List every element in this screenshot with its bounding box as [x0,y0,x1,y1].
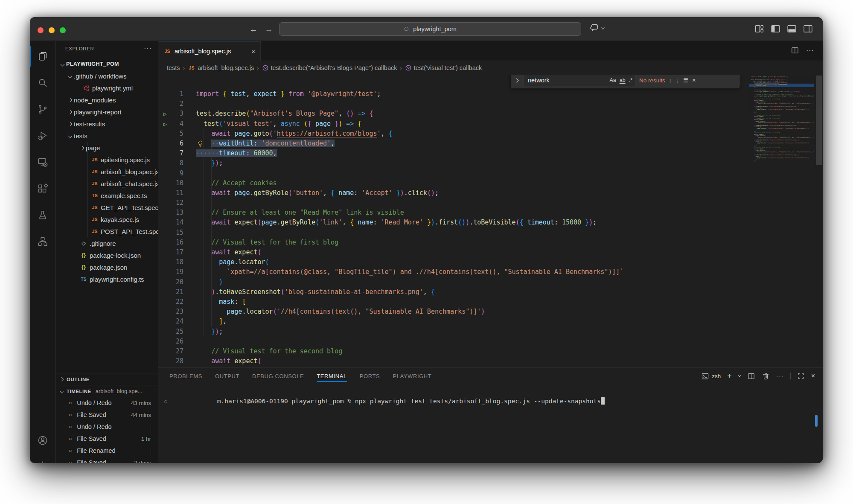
customize-layout-icon[interactable] [754,23,765,34]
timeline-item[interactable]: ○File Saved1 hr [56,433,158,445]
tree-item-playwright-yml[interactable]: playwright.yml [56,82,158,94]
code-lines[interactable]: 1import { test, expect } from '@playwrig… [158,89,823,366]
activity-remote-explorer-icon[interactable] [30,152,55,172]
kill-terminal-icon[interactable] [762,372,770,380]
panel-tab-terminal[interactable]: TERMINAL [317,368,347,384]
activity-explorer-icon[interactable] [30,46,55,67]
code-line-22[interactable]: 22 mask: [ [158,297,823,307]
tree-item-arbisoft-blog-spec-js[interactable]: JSarbisoft_blog.spec.js [56,166,158,178]
code-line-23[interactable]: 23 page.locator('//h4[contains(text(), "… [158,307,823,317]
close-panel-icon[interactable]: × [811,372,815,380]
code-line-11[interactable]: 11 await page.getByRole('button', { name… [158,188,823,198]
code-line-3[interactable]: ▷3test.describe("Arbisoft's Blogs Page",… [158,109,823,119]
close-window-button[interactable] [38,27,44,33]
find-next-icon[interactable]: ↓ [676,77,679,84]
code-line-27[interactable]: 27 // Visual test for the second blog [158,347,823,356]
panel-tab-output[interactable]: OUTPUT [215,368,239,384]
code-line-4[interactable]: ▷4 test('visual test', async ({ page }) … [158,119,823,129]
code-line-5[interactable]: 5 await page.goto('https://arbisoft.com/… [158,129,823,139]
panel-tab-ports[interactable]: PORTS [360,368,380,384]
zoom-window-button[interactable] [60,27,66,33]
tree-item--gitignore[interactable]: ◇.gitignore [56,237,158,249]
maximize-panel-icon[interactable] [797,372,805,380]
close-tab-icon[interactable]: × [251,48,255,55]
tree-item--github-workflows[interactable]: .github / workflows [56,70,158,82]
code-line-20[interactable]: 20 ) [158,277,823,287]
panel-tab-debug-console[interactable]: DEBUG CONSOLE [252,368,304,384]
find-previous-icon[interactable]: ↑ [669,77,673,84]
editor-scrollbar[interactable] [816,76,822,165]
code-line-9[interactable]: 9 [158,169,823,178]
code-line-6[interactable]: 6 ··waitUntil: 'domcontentloaded', [158,139,823,149]
activity-account-icon[interactable] [30,430,55,451]
code-line-28[interactable]: 28 await expect( [158,356,823,366]
copilot-menu[interactable] [590,23,604,33]
tree-item-test-results[interactable]: test-results [56,118,158,130]
timeline-item[interactable]: ○File Saved44 mins [56,409,158,421]
toggle-secondary-sidebar-icon[interactable] [803,23,813,34]
code-line-18[interactable]: 18 page.locator( [158,257,823,267]
activity-settings-icon[interactable] [30,456,55,463]
activity-run-debug-icon[interactable] [30,125,55,146]
tree-item-example-spec-ts[interactable]: TSexample.spec.ts [56,189,158,201]
timeline-item[interactable]: ○Undo / Redo43 mins [56,397,158,409]
minimize-window-button[interactable] [49,27,55,33]
code-editor[interactable]: 1import { test, expect } from '@playwrig… [158,75,823,367]
breadcrumb-item[interactable]: tests [167,64,180,71]
tree-item-package-lock-json[interactable]: {}package-lock.json [56,249,158,261]
code-line-19[interactable]: 19 `xpath=//a[contains(@class, "BlogTile… [158,267,823,277]
tree-root-playwright-pom[interactable]: PLAYWRIGHT_POM [56,58,158,70]
panel-tab-problems[interactable]: PROBLEMS [169,368,202,384]
toggle-sidebar-icon[interactable] [770,23,781,34]
code-line-24[interactable]: 24 ], [158,317,823,326]
tree-item-package-json[interactable]: {}package.json [56,261,158,273]
tree-item-apitesting-spec-js[interactable]: JSapitesting.spec.js [56,154,158,166]
terminal-shell-item[interactable]: zsh [701,372,721,380]
breadcrumb-item[interactable]: test('visual test') callback [405,64,482,71]
find-input[interactable]: network Aa ab .* [524,75,635,86]
find-query[interactable]: network [528,77,606,84]
activity-search-icon[interactable] [30,73,55,93]
code-line-10[interactable]: 10 // Accept cookies [158,178,823,188]
timeline-item[interactable]: ○File Saved2 days [56,457,158,463]
code-line-17[interactable]: 17 await expect( [158,248,823,257]
panel-tab-playwright[interactable]: PLAYWRIGHT [393,368,431,384]
toggle-panel-icon[interactable] [786,23,797,34]
code-line-15[interactable]: 15 [158,228,823,238]
close-find-icon[interactable]: × [692,77,696,84]
code-line-26[interactable]: 26 [158,337,823,347]
minimap[interactable]: import { test, expect } from '@playwrigh… [749,75,814,367]
command-center-search[interactable]: playwright_pom [279,22,581,36]
code-line-14[interactable]: 14 await expect(page.getByRole('link', {… [158,218,823,227]
editor-more-actions-icon[interactable]: ··· [806,47,814,54]
tree-item-node-modules[interactable]: node_modules [56,94,158,106]
code-line-2[interactable]: 2 [158,99,823,109]
timeline-item[interactable]: ○Undo / Redo [56,421,158,433]
split-editor-icon[interactable] [791,46,799,55]
explorer-actions-icon[interactable]: ··· [144,45,152,52]
code-line-13[interactable]: 13 // Ensure at least one "Read More" li… [158,208,823,218]
tree-item-tests[interactable]: tests [56,130,158,142]
code-line-25[interactable]: 25 }); [158,327,823,337]
tree-item-playwright-config-ts[interactable]: TSplaywright.config.ts [56,273,158,285]
code-line-16[interactable]: 16 // Visual test for the first blog [158,238,823,248]
tree-item-page[interactable]: page [56,142,158,154]
tree-item-get-api-test-spec-js[interactable]: JSGET_API_Test.spec.js [56,201,158,213]
tab-arbisoft-blog-spec[interactable]: JS arbisoft_blog.spec.js × [158,41,261,61]
tree-item-kayak-spec-js[interactable]: JSkayak.spec.js [56,213,158,225]
new-terminal-icon[interactable]: + [727,372,732,381]
tree-item-post-api-test-spec-js[interactable]: JSPOST_API_Test.spec.js [56,225,158,237]
split-terminal-icon[interactable] [747,372,755,380]
panel-more-actions-icon[interactable]: ··· [776,373,784,380]
whole-word-icon[interactable]: ab [620,77,626,83]
timeline-item[interactable]: ○File Renamed [56,445,158,457]
activity-extensions-icon[interactable] [30,178,55,199]
breadcrumb-item[interactable]: test.describe("Arbisoft's Blogs Page") c… [262,64,397,71]
code-line-12[interactable]: 12 [158,198,823,208]
toggle-replace-icon[interactable] [513,79,520,82]
code-line-1[interactable]: 1import { test, expect } from '@playwrig… [158,89,823,99]
tree-item-arbisoft-chat-spec-js[interactable]: JSarbisoft_chat.spec.js [56,178,158,189]
outline-section-header[interactable]: OUTLINE [56,373,158,385]
terminal[interactable]: ○m.haris1@A006-01190 playwright_pom % np… [158,387,823,463]
code-line-21[interactable]: 21 ).toHaveScreenshot('blog-sustainable-… [158,287,823,297]
